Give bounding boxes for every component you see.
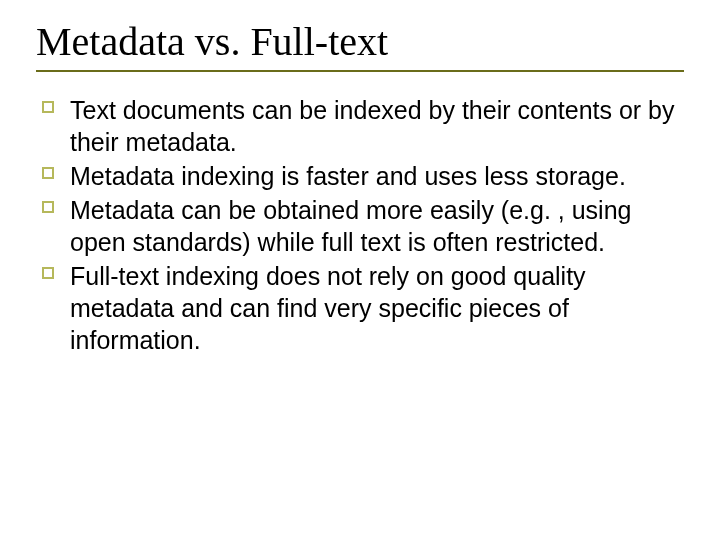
list-item: Full-text indexing does not rely on good…	[40, 260, 676, 356]
list-item: Metadata indexing is faster and uses les…	[40, 160, 676, 192]
bullet-text: Full-text indexing does not rely on good…	[70, 262, 586, 354]
list-item: Metadata can be obtained more easily (e.…	[40, 194, 676, 258]
slide: Metadata vs. Full-text Text documents ca…	[0, 0, 720, 540]
bullet-text: Metadata can be obtained more easily (e.…	[70, 196, 631, 256]
bullet-list: Text documents can be indexed by their c…	[36, 94, 684, 356]
slide-title: Metadata vs. Full-text	[36, 20, 684, 64]
bullet-text: Text documents can be indexed by their c…	[70, 96, 675, 156]
list-item: Text documents can be indexed by their c…	[40, 94, 676, 158]
square-bullet-icon	[42, 167, 54, 179]
square-bullet-icon	[42, 267, 54, 279]
bullet-text: Metadata indexing is faster and uses les…	[70, 162, 626, 190]
square-bullet-icon	[42, 101, 54, 113]
square-bullet-icon	[42, 201, 54, 213]
title-underline	[36, 70, 684, 72]
